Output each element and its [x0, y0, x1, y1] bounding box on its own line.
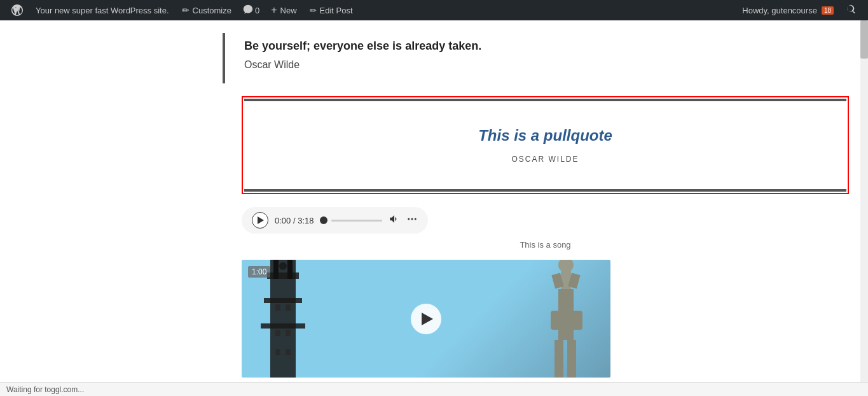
- audio-player: 0:00 / 3:18: [242, 207, 428, 234]
- audio-progress-bar[interactable]: [320, 216, 382, 224]
- audio-caption: This is a song: [242, 240, 849, 250]
- status-text: Waiting for toggl.com...: [6, 385, 84, 391]
- audio-time-display: 0:00 / 3:18: [275, 216, 313, 225]
- edit-icon: ✏: [310, 6, 317, 15]
- search-icon: [846, 4, 857, 17]
- statue-illustration: [534, 260, 598, 378]
- svg-rect-4: [267, 272, 299, 279]
- blockquote-author: Oscar Wilde: [244, 59, 849, 71]
- comment-count: 0: [255, 6, 259, 15]
- svg-rect-11: [286, 304, 291, 311]
- pullquote-author: OSCAR WILDE: [257, 155, 834, 164]
- search-button[interactable]: [840, 0, 863, 20]
- svg-point-16: [558, 260, 574, 272]
- video-play-button[interactable]: [411, 304, 441, 334]
- audio-current-time: 0:00: [275, 216, 291, 225]
- wp-logo-icon: [11, 4, 23, 16]
- site-name-button[interactable]: Your new super fast WordPress site.: [29, 0, 176, 20]
- svg-rect-15: [286, 349, 291, 355]
- video-play-icon: [422, 313, 433, 325]
- customize-label: Customize: [193, 6, 231, 15]
- audio-duration: 3:18: [298, 216, 313, 225]
- customize-icon: ✏: [182, 5, 189, 15]
- howdy-button[interactable]: Howdy, gutencourse 18: [736, 0, 840, 20]
- edit-post-button[interactable]: ✏ Edit Post: [303, 0, 359, 20]
- scrollbar-thumb[interactable]: [860, 20, 868, 59]
- site-name-label: Your new super fast WordPress site.: [36, 6, 169, 15]
- svg-rect-14: [275, 349, 280, 355]
- video-thumbnail[interactable]: 1:00: [242, 260, 610, 378]
- progress-handle[interactable]: [320, 216, 327, 224]
- pullquote-block[interactable]: This is a pullquote OSCAR WILDE: [242, 96, 849, 194]
- svg-rect-7: [273, 260, 279, 279]
- blockquote-block: Be yourself; everyone else is already ta…: [223, 33, 868, 83]
- svg-point-1: [411, 218, 413, 220]
- audio-volume-button[interactable]: [389, 213, 400, 227]
- admin-bar: Your new super fast WordPress site. ✏ Cu…: [0, 0, 868, 20]
- svg-point-9: [279, 262, 287, 270]
- audio-more-button[interactable]: [406, 213, 418, 227]
- comments-button[interactable]: 0: [238, 0, 265, 20]
- svg-rect-8: [287, 260, 293, 279]
- svg-point-2: [415, 218, 417, 220]
- scrollbar[interactable]: [860, 20, 868, 390]
- howdy-label: Howdy, gutencourse: [742, 6, 817, 15]
- audio-play-button[interactable]: [252, 212, 268, 229]
- progress-track: [331, 220, 382, 222]
- svg-rect-17: [561, 271, 571, 290]
- svg-rect-23: [551, 311, 582, 330]
- svg-rect-10: [275, 304, 280, 311]
- pullquote-inner: This is a pullquote OSCAR WILDE: [244, 99, 846, 192]
- new-content-button[interactable]: + New: [265, 0, 303, 20]
- adminbar-right-section: Howdy, gutencourse 18: [736, 0, 863, 20]
- notification-badge: 18: [822, 6, 834, 15]
- svg-rect-13: [286, 330, 291, 336]
- pullquote-text: This is a pullquote: [257, 127, 834, 145]
- video-duration-badge: 1:00: [248, 266, 270, 278]
- svg-rect-6: [261, 323, 305, 329]
- new-label: New: [280, 6, 297, 15]
- play-icon: [258, 216, 264, 224]
- svg-rect-22: [567, 340, 576, 378]
- svg-point-0: [408, 218, 410, 220]
- svg-rect-5: [264, 298, 302, 303]
- plus-icon: +: [271, 4, 277, 16]
- comment-icon: [243, 4, 253, 17]
- edit-post-label: Edit Post: [320, 6, 353, 15]
- blockquote-text: Be yourself; everyone else is already ta…: [244, 39, 849, 53]
- svg-rect-12: [275, 330, 280, 336]
- svg-rect-21: [555, 340, 563, 378]
- wp-logo-button[interactable]: [5, 0, 29, 20]
- status-bar: Waiting for toggl.com...: [0, 382, 868, 390]
- customize-button[interactable]: ✏ Customize: [176, 0, 238, 20]
- main-content: Be yourself; everyone else is already ta…: [0, 20, 868, 390]
- video-block: 1:00: [242, 260, 610, 378]
